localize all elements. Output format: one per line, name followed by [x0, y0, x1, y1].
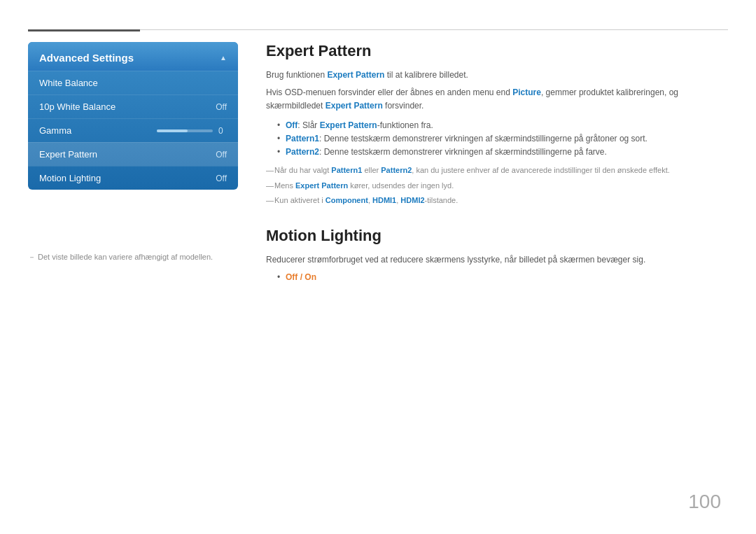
gamma-slider-fill — [157, 129, 188, 132]
page-number: 100 — [688, 491, 721, 513]
menu-item-10p-white-balance[interactable]: 10p White Balance Off — [28, 94, 238, 118]
gamma-slider-container: 0 — [157, 126, 227, 136]
motion-lighting-bullets: Off / On — [277, 272, 728, 282]
bullet-pattern1: Pattern1: Denne testskærm demonstrerer v… — [277, 132, 728, 146]
model-note: － Det viste billede kan variere afhængig… — [28, 252, 213, 262]
top-line-accent — [28, 29, 140, 31]
menu-item-expert-pattern[interactable]: Expert Pattern Off — [28, 142, 238, 166]
expert-pattern-desc1: Brug funktionen Expert Pattern til at ka… — [266, 69, 728, 82]
left-panel: Advanced Settings ▲ White Balance 10p Wh… — [28, 42, 238, 190]
advanced-settings-box: Advanced Settings ▲ White Balance 10p Wh… — [28, 42, 238, 190]
title-arrow-icon: ▲ — [220, 54, 227, 62]
menu-item-label: 10p White Balance — [39, 101, 115, 112]
picture-bold: Picture — [512, 87, 541, 97]
advanced-settings-label: Advanced Settings — [39, 52, 134, 64]
bullet-off: Off: Slår Expert Pattern-funktionen fra. — [277, 119, 728, 132]
motion-lighting-title: Motion Lighting — [266, 227, 728, 245]
menu-item-label: Expert Pattern — [39, 149, 97, 160]
menu-item-motion-lighting[interactable]: Motion Lighting Off — [28, 166, 238, 190]
menu-item-value: Off — [216, 150, 227, 160]
menu-item-label: Gamma — [39, 125, 71, 136]
note-component-hdmi: Kun aktiveret i Component, HDMI1, HDMI2-… — [266, 195, 728, 207]
expert-pattern-bold2: Expert Pattern — [326, 101, 383, 111]
menu-item-white-balance[interactable]: White Balance — [28, 71, 238, 94]
right-content: Expert Pattern Brug funktionen Expert Pa… — [266, 42, 728, 282]
menu-item-value: Off — [216, 174, 227, 183]
expert-pattern-bullets: Off: Slår Expert Pattern-funktionen fra.… — [277, 119, 728, 160]
expert-pattern-desc2: Hvis OSD-menuen forsvinder eller der åbn… — [266, 86, 728, 113]
bullet-off-on: Off / On — [277, 272, 728, 282]
gamma-value: 0 — [218, 126, 227, 136]
menu-item-label: Motion Lighting — [39, 173, 101, 183]
motion-lighting-desc: Reducerer strømforbruget ved at reducere… — [266, 253, 728, 267]
note-pattern1-pattern2: Når du har valgt Pattern1 eller Pattern2… — [266, 164, 728, 177]
expert-pattern-title: Expert Pattern — [266, 42, 728, 60]
bullet-pattern2: Pattern2: Denne testskærm demonstrerer v… — [277, 146, 728, 159]
menu-item-gamma[interactable]: Gamma 0 — [28, 118, 238, 142]
gamma-slider[interactable] — [157, 129, 213, 132]
menu-item-value: Off — [216, 102, 227, 112]
note-expert-pattern-sound: Mens Expert Pattern kører, udsendes der … — [266, 180, 728, 192]
expert-pattern-bold1: Expert Pattern — [327, 70, 384, 80]
menu-item-label: White Balance — [39, 78, 98, 88]
advanced-settings-title: Advanced Settings ▲ — [28, 42, 238, 71]
